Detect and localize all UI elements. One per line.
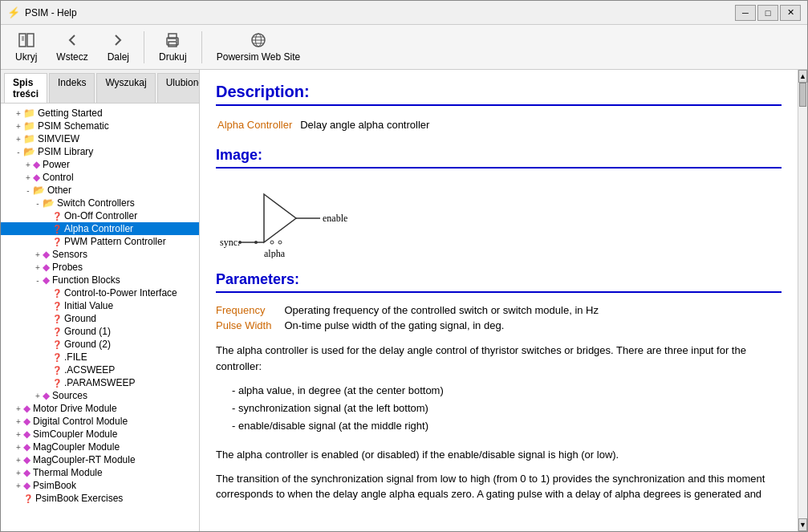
tree-item-ground[interactable]: ❓ Ground <box>1 312 199 325</box>
close-button[interactable]: ✕ <box>780 5 801 21</box>
main-window: ⚡ PSIM - Help ─ □ ✕ Ukryj Wstecz <box>0 0 808 532</box>
toggle-motor-drive: + <box>14 404 23 413</box>
alpha-controller-label: Alpha Controller <box>217 117 298 132</box>
back-button[interactable]: Wstecz <box>48 28 95 66</box>
sensors-icon: ◆ <box>43 249 50 260</box>
window-controls: ─ □ ✕ <box>735 5 801 21</box>
label-acsweep: .ACSWEEP <box>64 364 115 376</box>
tree-item-ground-2[interactable]: ❓ Ground (2) <box>1 338 199 351</box>
leaf-icon-initial: ❓ <box>52 302 62 311</box>
tree-item-sources[interactable]: + ◆ Sources <box>1 389 199 402</box>
tree-item-ctrl-power[interactable]: ❓ Control-to-Power Interface <box>1 286 199 299</box>
print-button[interactable]: Drukuj <box>151 28 195 66</box>
website-button[interactable]: Powersim Web Site <box>209 28 308 66</box>
tree-item-initial-value[interactable]: ❓ Initial Value <box>1 299 199 312</box>
tab-favorites[interactable]: Ulubione <box>157 73 200 103</box>
svg-point-19 <box>238 241 242 244</box>
tree-item-simview[interactable]: + 📁 SIMVIEW <box>1 132 199 145</box>
tab-search[interactable]: Wyszukaj <box>96 73 155 103</box>
toolbar: Ukryj Wstecz Dalej Drukuj <box>1 25 807 70</box>
label-magcoupler-rt: MagCoupler-RT Module <box>33 454 136 465</box>
tree-item-probes[interactable]: + ◆ Probes <box>1 261 199 274</box>
tab-contents[interactable]: Spis treści <box>4 73 47 103</box>
minimize-button[interactable]: ─ <box>735 5 756 21</box>
scroll-up-button[interactable]: ▲ <box>798 70 807 83</box>
tree-item-magcoupler-rt[interactable]: + ◆ MagCoupler-RT Module <box>1 453 199 466</box>
toggle-sensors: + <box>33 250 43 259</box>
tree-item-acsweep[interactable]: ❓ .ACSWEEP <box>1 363 199 376</box>
tree-item-function-blocks[interactable]: - ◆ Function Blocks <box>1 274 199 286</box>
toggle-psim-library: - <box>14 148 23 156</box>
tree-item-psim-library[interactable]: - 📂 PSIM Library <box>1 145 199 158</box>
label-control: Control <box>43 172 74 183</box>
tree-item-alpha-controller[interactable]: ❓ Alpha Controller <box>1 222 199 235</box>
tree-item-psim-schematic[interactable]: + 📁 PSIM Schematic <box>1 120 199 132</box>
label-initial-value: Initial Value <box>64 300 113 311</box>
toggle-power: + <box>23 160 33 169</box>
label-ground-1: Ground (1) <box>64 326 111 337</box>
tree-item-magcoupler[interactable]: + ◆ MagCoupler Module <box>1 441 199 453</box>
body-text-2: The alpha controller is enabled (or disa… <box>216 447 782 463</box>
switch-folder-icon: 📂 <box>43 197 55 209</box>
label-probes: Probes <box>52 262 83 273</box>
label-sources: Sources <box>52 390 87 401</box>
tree-item-power[interactable]: + ◆ Power <box>1 158 199 171</box>
folder-icon: 📁 <box>23 108 35 119</box>
svg-marker-14 <box>264 194 296 242</box>
scroll-thumb[interactable] <box>799 83 806 107</box>
maximize-button[interactable]: □ <box>757 5 778 21</box>
bullet-1: - alpha value, in degree (at the center … <box>232 382 782 400</box>
tree-item-file[interactable]: ❓ .FILE <box>1 351 199 363</box>
tree-item-psimbook-exercises[interactable]: ❓ PsimBook Exercises <box>1 492 199 505</box>
bullet-3: - enable/disable signal (at the middle r… <box>232 417 782 435</box>
tree-item-paramsweep[interactable]: ❓ .PARAMSWEEP <box>1 376 199 389</box>
tree-item-pwm[interactable]: ❓ PWM Pattern Controller <box>1 235 199 248</box>
leaf-icon-exercises: ❓ <box>23 494 33 503</box>
param-pulse-width-desc: On-time pulse width of the gating signal… <box>284 318 611 333</box>
label-other: Other <box>47 185 71 196</box>
hide-icon <box>18 31 35 49</box>
label-getting-started: Getting Started <box>38 108 103 119</box>
label-file: .FILE <box>64 351 87 363</box>
tree-item-motor-drive[interactable]: + ◆ Motor Drive Module <box>1 402 199 415</box>
tree-item-digital-control[interactable]: + ◆ Digital Control Module <box>1 415 199 428</box>
toggle-magcoupler: + <box>14 443 23 452</box>
toggle-sources: + <box>33 392 43 400</box>
label-alpha-controller: Alpha Controller <box>64 223 133 234</box>
tree-item-simcoupler[interactable]: + ◆ SimCoupler Module <box>1 428 199 441</box>
tree-item-getting-started[interactable]: + 📁 Getting Started <box>1 107 199 120</box>
hide-label: Ukryj <box>15 51 37 63</box>
svg-point-8 <box>176 39 177 41</box>
tree-item-ground-1[interactable]: ❓ Ground (1) <box>1 325 199 338</box>
svg-rect-1 <box>27 34 34 47</box>
print-icon <box>164 31 181 49</box>
tree-item-on-off-controller[interactable]: ❓ On-Off Controller <box>1 209 199 222</box>
toggle-other: - <box>23 186 33 195</box>
thermal-icon: ◆ <box>23 467 30 478</box>
tab-index[interactable]: Indeks <box>49 73 95 103</box>
image-heading: Image: <box>216 147 782 169</box>
tree-item-thermal[interactable]: + ◆ Thermal Module <box>1 466 199 479</box>
leaf-icon-ctrl: ❓ <box>52 289 62 298</box>
hide-button[interactable]: Ukryj <box>7 28 45 66</box>
alpha-controller-image: enable sync. alpha <box>216 178 782 258</box>
svg-point-20 <box>254 241 258 244</box>
forward-button[interactable]: Dalej <box>99 28 137 66</box>
power-icon: ◆ <box>33 159 40 170</box>
tree-item-switch-controllers[interactable]: - 📂 Switch Controllers <box>1 197 199 209</box>
leaf-icon-ground-2: ❓ <box>52 340 62 349</box>
tree-item-sensors[interactable]: + ◆ Sensors <box>1 248 199 261</box>
toggle-psimbook: + <box>14 481 23 490</box>
tree-item-control[interactable]: + ◆ Control <box>1 171 199 184</box>
control-icon: ◆ <box>33 172 40 183</box>
tree-item-psimbook[interactable]: + ◆ PsimBook <box>1 479 199 492</box>
tree-item-other[interactable]: - 📂 Other <box>1 184 199 197</box>
bullet-2: - synchronization signal (at the left bo… <box>232 400 782 417</box>
toolbar-divider-1 <box>144 31 144 63</box>
back-icon <box>63 31 81 49</box>
scroll-down-button[interactable]: ▼ <box>798 518 807 531</box>
forward-icon <box>109 31 127 49</box>
toggle-probes: + <box>33 263 43 272</box>
sidebar-tabs: Spis treści Indeks Wyszukaj Ulubione <box>1 70 199 104</box>
leaf-icon-file: ❓ <box>52 353 62 362</box>
